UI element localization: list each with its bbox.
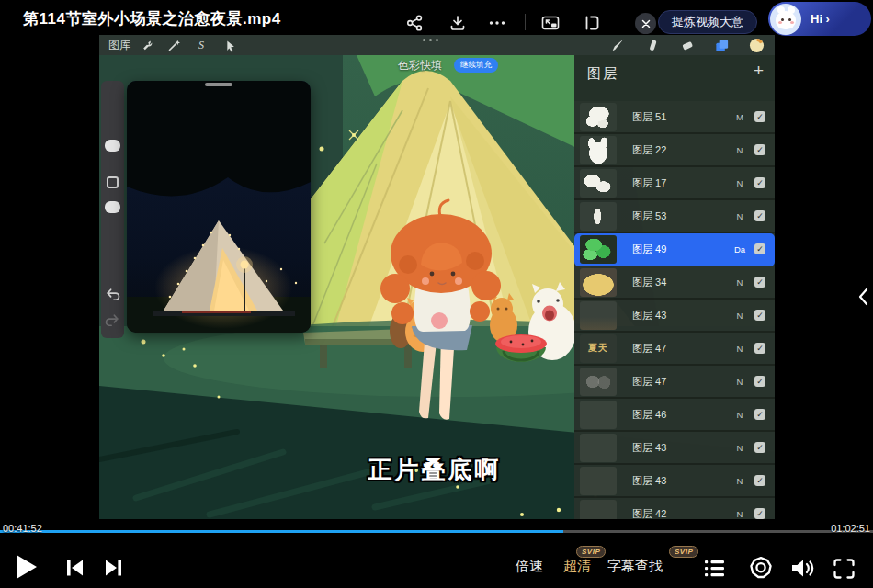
duration-time: 01:02:51 xyxy=(831,523,870,534)
layer-row[interactable]: 图层 17 N xyxy=(574,167,775,200)
add-layer-button[interactable]: + xyxy=(754,62,764,79)
layer-blend-mode[interactable]: N xyxy=(729,277,751,288)
layer-name: 图层 47 xyxy=(632,342,729,356)
panel-collapse-chevron-icon[interactable] xyxy=(857,287,868,307)
opacity-slider[interactable] xyxy=(105,201,120,213)
transform-arrow-icon[interactable] xyxy=(222,37,239,53)
layer-visibility-checkbox[interactable] xyxy=(754,442,765,453)
topbar-divider xyxy=(525,14,526,30)
quality-button[interactable]: 超清 xyxy=(563,558,591,575)
layer-blend-mode[interactable]: N xyxy=(729,443,751,453)
procreate-toolbar: 图库 S xyxy=(99,35,775,55)
layer-visibility-checkbox[interactable] xyxy=(754,243,765,254)
layer-visibility-checkbox[interactable] xyxy=(754,144,765,155)
layer-thumbnail xyxy=(580,136,617,164)
layer-row-selected[interactable]: 图层 49 Da xyxy=(574,233,775,266)
brush-size-slider[interactable] xyxy=(105,140,120,152)
reference-photo xyxy=(127,81,311,333)
layer-name: 图层 43 xyxy=(632,441,729,455)
layer-blend-mode[interactable]: N xyxy=(729,311,751,321)
layer-visibility-checkbox[interactable] xyxy=(754,376,765,387)
undo-icon[interactable] xyxy=(104,285,121,306)
layer-row[interactable]: 图层 43 N xyxy=(574,465,775,498)
settings-icon[interactable] xyxy=(748,555,774,581)
layer-blend-mode[interactable]: Da xyxy=(729,244,751,254)
video-area[interactable]: 图库 S xyxy=(99,35,775,529)
layer-blend-mode[interactable]: N xyxy=(729,377,751,387)
selection-tool-icon[interactable]: S xyxy=(193,37,210,53)
layer-visibility-checkbox[interactable] xyxy=(754,277,765,288)
more-icon[interactable] xyxy=(487,13,507,33)
layer-thumbnail xyxy=(580,103,617,131)
reference-drag-handle[interactable] xyxy=(205,83,232,86)
quick-fill-toast: 色彩快填 继续填充 xyxy=(398,58,498,73)
layer-row[interactable]: 图层 51 M xyxy=(574,101,775,134)
layer-row[interactable]: 图层 22 N xyxy=(574,134,775,167)
layer-blend-mode[interactable]: N xyxy=(729,509,751,519)
layer-row[interactable]: 夏天 图层 47 N xyxy=(574,333,775,366)
modify-button[interactable] xyxy=(107,176,119,188)
subtitle-text: 正片叠底啊 xyxy=(368,454,502,486)
next-button[interactable] xyxy=(102,558,125,578)
redo-icon[interactable] xyxy=(104,311,121,332)
layer-blend-mode[interactable]: N xyxy=(729,476,751,486)
layer-visibility-checkbox[interactable] xyxy=(754,310,765,321)
fullscreen-icon[interactable] xyxy=(832,557,856,581)
captions-button[interactable]: 字幕 xyxy=(607,558,635,575)
previous-button[interactable] xyxy=(63,558,86,578)
dock-window-icon[interactable] xyxy=(582,13,602,33)
svip-badge-quality: SVIP xyxy=(576,546,606,558)
assistant-button[interactable]: Hi › xyxy=(768,2,871,36)
layer-thumbnail xyxy=(580,202,617,231)
layer-row[interactable]: 图层 34 N xyxy=(574,266,775,300)
layers-list: 图层 51 M 图层 22 N 图层 17 N xyxy=(574,101,775,529)
assistant-greeting: Hi › xyxy=(811,12,830,26)
search-button[interactable]: 查找 xyxy=(635,558,663,575)
layer-row[interactable]: 图层 43 N xyxy=(574,300,775,333)
layer-visibility-checkbox[interactable] xyxy=(754,508,765,519)
close-button[interactable] xyxy=(635,13,656,34)
screen: 第114节室外小场景之治愈夜景.mp4 xyxy=(0,0,873,588)
brush-icon[interactable] xyxy=(609,37,626,53)
layer-blend-mode[interactable]: N xyxy=(729,211,751,221)
volume-icon[interactable] xyxy=(788,556,816,581)
eraser-icon[interactable] xyxy=(679,37,696,53)
layer-row[interactable]: 图层 53 N xyxy=(574,200,775,233)
gallery-button[interactable]: 图库 xyxy=(108,35,130,55)
download-icon[interactable] xyxy=(448,13,468,33)
summarize-video-button[interactable]: 提炼视频大意 xyxy=(658,10,757,34)
layer-visibility-checkbox[interactable] xyxy=(754,111,765,122)
layer-blend-mode[interactable]: N xyxy=(729,145,751,155)
layer-blend-mode[interactable]: N xyxy=(729,178,751,188)
layer-visibility-checkbox[interactable] xyxy=(754,177,765,188)
layer-thumbnail xyxy=(580,268,617,297)
layer-visibility-checkbox[interactable] xyxy=(754,409,765,420)
layer-thumbnail xyxy=(580,434,617,462)
progress-bar[interactable] xyxy=(0,530,873,533)
playlist-icon[interactable] xyxy=(702,557,727,580)
speed-button[interactable]: 倍速 xyxy=(516,558,543,575)
adjustments-wand-icon[interactable] xyxy=(165,37,182,53)
layer-row[interactable]: 图层 47 N xyxy=(574,366,775,399)
layer-row[interactable]: 图层 46 N xyxy=(574,399,775,432)
layer-blend-mode[interactable]: N xyxy=(729,410,751,420)
smudge-icon[interactable] xyxy=(644,37,661,53)
play-button[interactable] xyxy=(12,552,40,582)
picture-in-picture-icon[interactable] xyxy=(540,13,561,33)
share-icon[interactable] xyxy=(404,13,425,33)
progress-fill xyxy=(0,530,563,533)
layer-visibility-checkbox[interactable] xyxy=(754,343,765,354)
layer-visibility-checkbox[interactable] xyxy=(754,210,765,221)
continue-fill-badge[interactable]: 继续填充 xyxy=(454,58,498,73)
layer-name: 图层 46 xyxy=(632,408,729,422)
layer-visibility-checkbox[interactable] xyxy=(754,475,765,486)
layer-thumbnail-text: 夏天 xyxy=(588,342,608,355)
layer-blend-mode[interactable]: N xyxy=(729,344,751,354)
layer-blend-mode[interactable]: M xyxy=(729,112,751,122)
layers-panel-icon[interactable] xyxy=(713,37,730,53)
color-swatch-icon[interactable] xyxy=(748,37,765,53)
reference-image[interactable] xyxy=(127,81,311,333)
player-controls: 00:41:52 01:02:51 倍速 超清 SVIP 字幕 查找 SVIP xyxy=(0,519,873,588)
actions-wrench-icon[interactable] xyxy=(138,37,154,53)
layer-row[interactable]: 图层 43 N xyxy=(574,432,775,465)
